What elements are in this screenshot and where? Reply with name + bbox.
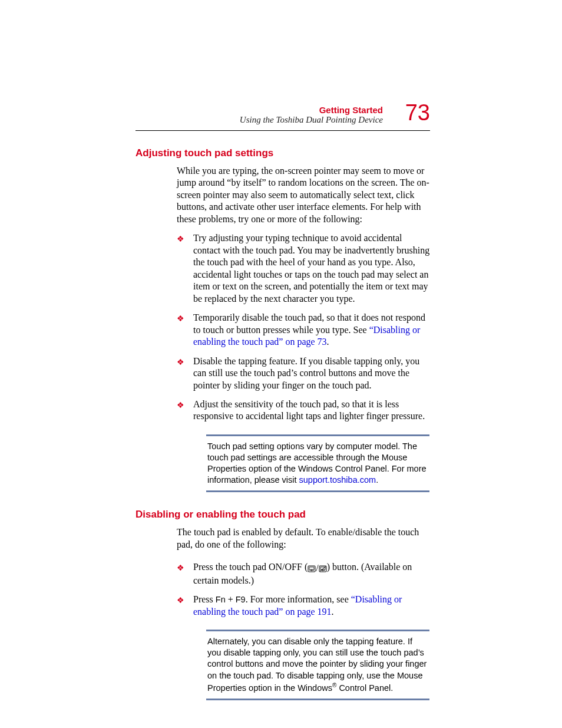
bullet-text-pre: Press [193, 594, 216, 604]
list-item: ❖ Temporarily disable the touch pad, so … [177, 312, 430, 348]
header-rule [135, 130, 430, 131]
diamond-bullet-icon: ❖ [177, 563, 184, 574]
plus-text: + [226, 594, 236, 604]
bullet-list-1: ❖ Try adjusting your typing technique to… [177, 232, 430, 423]
list-item: ❖ Adjust the sensitivity of the touch pa… [177, 398, 430, 423]
header-text-block: Getting Started Using the Toshiba Dual P… [240, 105, 383, 125]
page-header: Getting Started Using the Toshiba Dual P… [135, 105, 430, 134]
svg-rect-1 [309, 567, 314, 569]
bullet-text: Disable the tapping feature. If you disa… [193, 356, 419, 390]
list-item: ❖ Disable the tapping feature. If you di… [177, 355, 430, 391]
list-item: ❖ Press Fn + F9. For more information, s… [177, 594, 430, 618]
diamond-bullet-icon: ❖ [177, 595, 184, 606]
bullet-text: Try adjusting your typing technique to a… [193, 233, 429, 303]
diamond-bullet-icon: ❖ [177, 400, 184, 411]
bullet-text-post: . [332, 607, 334, 617]
list-item: ❖ Try adjusting your typing technique to… [177, 232, 430, 305]
note-box-2: Alternately, you can disable only the ta… [206, 630, 429, 700]
diamond-bullet-icon: ❖ [177, 234, 184, 245]
note-text-post: . [376, 475, 378, 485]
heading-adjusting-touchpad: Adjusting touch pad settings [135, 147, 430, 159]
page-content: Getting Started Using the Toshiba Dual P… [135, 105, 430, 717]
bullet-text: Adjust the sensitivity of the touch pad,… [193, 399, 425, 421]
bullet-list-2: ❖ Press the touch pad ON/OFF (/) button.… [177, 561, 430, 618]
f9-key: F9 [236, 595, 246, 604]
fn-key: Fn [216, 595, 226, 604]
section-subtitle: Using the Toshiba Dual Pointing Device [240, 115, 383, 125]
intro-paragraph-1: While you are typing, the on-screen poin… [177, 165, 430, 225]
bullet-text-pre: Press the touch pad ON/OFF ( [193, 562, 308, 572]
page-number: 73 [405, 100, 430, 126]
diamond-bullet-icon: ❖ [177, 357, 184, 368]
touchpad-toggle-icon: / [308, 562, 326, 574]
note-box-1: Touch pad setting options vary by comput… [206, 434, 429, 493]
diamond-bullet-icon: ❖ [177, 314, 184, 324]
note-text: Alternately, you can disable only the ta… [207, 637, 427, 692]
heading-disabling-touchpad: Disabling or enabling the touch pad [135, 509, 430, 521]
intro-paragraph-2: The touch pad is enabled by default. To … [177, 526, 430, 551]
bullet-text-post: . [327, 337, 329, 347]
support-link[interactable]: support.toshiba.com [299, 475, 376, 485]
note-text-post: Control Panel. [336, 683, 393, 693]
chapter-name: Getting Started [240, 105, 383, 115]
bullet-text-mid: . For more information, see [246, 594, 351, 604]
list-item: ❖ Press the touch pad ON/OFF (/) button.… [177, 561, 430, 587]
